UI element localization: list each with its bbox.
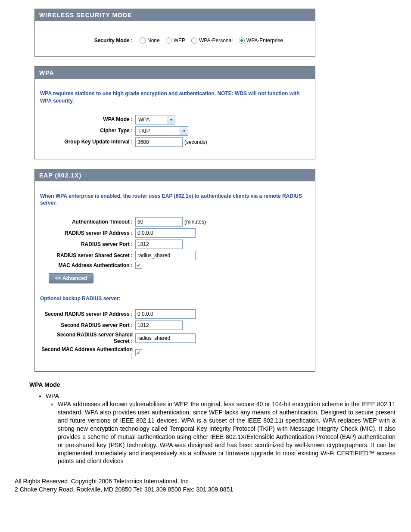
radius-secret-label: RADIUS server Shared Secret : xyxy=(40,252,135,259)
radius2-secret-label: Second RADIUS server Shared Secret : xyxy=(40,332,135,345)
mac-auth2-label: Second MAC Address Authentication : xyxy=(40,346,135,359)
auth-timeout-input[interactable] xyxy=(135,217,183,227)
radius-ip-label: RADIUS server IP Address : xyxy=(40,230,135,236)
footer-line-2: 2 Choke Cherry Road, Rockville, MD 20850… xyxy=(15,485,402,494)
eap-description: When WPA enterprise is enabled, the rout… xyxy=(40,193,310,207)
chevron-down-icon: ▾ xyxy=(180,127,188,135)
radius-port-input[interactable] xyxy=(135,240,183,249)
radius-port-label: RADIUS server Port : xyxy=(40,241,135,248)
group-key-input[interactable] xyxy=(135,137,183,147)
radius2-secret-input[interactable] xyxy=(135,333,196,343)
footer-line-1: All Rights Reserved. Copyright 2006 Tele… xyxy=(15,477,402,485)
wpa-panel: WPA WPA requires stations to use high gr… xyxy=(34,66,315,159)
mac-auth-label: MAC Address Authentication : xyxy=(40,262,135,269)
page-footer: All Rights Reserved. Copyright 2006 Tele… xyxy=(15,477,402,494)
mac-auth-checkbox[interactable]: ✓ xyxy=(135,262,142,269)
chevron-down-icon: ▾ xyxy=(167,116,175,124)
security-mode-option-label: None xyxy=(147,37,160,44)
wpa-description: WPA requires stations to use high grade … xyxy=(40,90,310,105)
radio-icon xyxy=(140,37,146,44)
radio-icon xyxy=(239,37,245,44)
security-mode-option-label: WPA-Enterprise xyxy=(246,37,283,44)
doc-heading: WPA Mode xyxy=(29,381,395,388)
eap-header: EAP (802.1X) xyxy=(35,169,315,181)
doc-bullet-wpa: WPA WPA addresses all known vulnerabilit… xyxy=(46,392,395,465)
security-mode-option-wpa-enterprise[interactable]: WPA-Enterprise xyxy=(239,37,283,44)
group-key-label: Group Key Update Interval : xyxy=(40,139,135,145)
security-mode-label: Security Mode : xyxy=(40,37,135,44)
doc-section: WPA Mode WPA WPA addresses all known vul… xyxy=(29,381,395,465)
security-mode-option-label: WPA-Personal xyxy=(199,37,233,44)
advanced-button[interactable]: << Advanced xyxy=(49,273,93,283)
security-mode-option-wep[interactable]: WEP xyxy=(166,37,185,44)
security-mode-option-none[interactable]: None xyxy=(140,37,160,44)
cipher-type-label: Cipher Type : xyxy=(40,128,135,134)
radio-icon xyxy=(166,37,172,44)
wpa-mode-select[interactable]: WPA ▾ xyxy=(135,115,175,124)
group-key-unit: (seconds) xyxy=(184,139,207,145)
wireless-security-mode-panel: WIRELESS SECURITY MODE Security Mode : N… xyxy=(34,9,315,57)
eap-panel: EAP (802.1X) When WPA enterprise is enab… xyxy=(34,169,315,372)
auth-timeout-unit: (minutes) xyxy=(184,219,206,225)
security-mode-option-label: WEP xyxy=(174,37,185,44)
radius-ip-input[interactable] xyxy=(135,228,196,238)
mac-auth2-checkbox[interactable]: ✓ xyxy=(135,349,142,356)
radius2-port-input[interactable] xyxy=(135,320,183,330)
radius2-port-label: Second RADIUS server Port : xyxy=(40,322,135,329)
doc-paragraph: WPA addresses all known vulnerabilities … xyxy=(58,400,395,465)
cipher-type-value: TKIP xyxy=(136,128,180,134)
security-mode-option-wpa-personal[interactable]: WPA-Personal xyxy=(191,37,233,44)
doc-bullet-label: WPA xyxy=(46,392,59,399)
radius-secret-input[interactable] xyxy=(135,251,196,260)
wpa-mode-label: WPA Mode : xyxy=(40,116,135,123)
auth-timeout-label: Authentication Timeout : xyxy=(40,219,135,225)
cipher-type-select[interactable]: TKIP ▾ xyxy=(135,126,188,136)
radius2-ip-input[interactable] xyxy=(135,309,196,319)
wpa-mode-value: WPA xyxy=(136,117,167,123)
radius2-ip-label: Second RADIUS server IP Address : xyxy=(40,311,135,317)
backup-radius-header: Optional backup RADIUS server: xyxy=(40,296,310,302)
wireless-security-mode-header: WIRELESS SECURITY MODE xyxy=(35,9,315,21)
wpa-header: WPA xyxy=(35,67,315,79)
radio-icon xyxy=(191,37,197,44)
